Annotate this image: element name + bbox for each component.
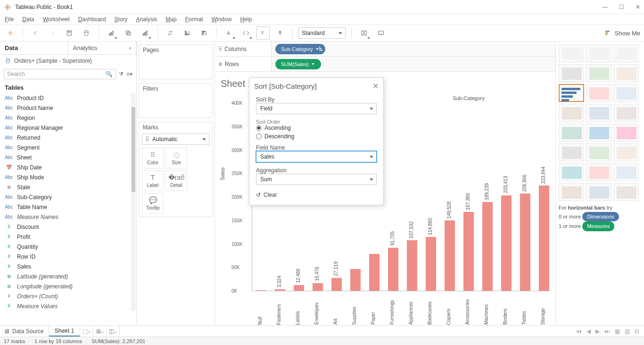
swap-button[interactable]: [164, 26, 177, 40]
field-ship-date[interactable]: 📅Ship Date: [0, 162, 131, 172]
show-me-option-11[interactable]: [613, 104, 639, 122]
show-me-option-19[interactable]: [586, 163, 611, 181]
show-me-option-23[interactable]: [613, 183, 639, 201]
field-quantity[interactable]: #Quantity: [0, 242, 131, 252]
close-window-button[interactable]: ✕: [636, 4, 640, 10]
sort-ascending-radio[interactable]: Ascending: [256, 125, 377, 131]
menu-data[interactable]: Data: [22, 16, 34, 23]
fit-dropdown[interactable]: Standard: [298, 27, 346, 39]
minimize-button[interactable]: —: [602, 4, 608, 10]
bar-envelopes[interactable]: [313, 283, 323, 291]
columns-pill-subcategory[interactable]: Sub-Category: [275, 44, 325, 54]
show-me-option-0[interactable]: [559, 44, 584, 62]
mark-tooltip-button[interactable]: 💬Tooltip: [142, 193, 164, 214]
show-me-option-6[interactable]: [559, 84, 584, 102]
rows-shelf[interactable]: ≡Rows SUM(Sales): [215, 57, 555, 72]
show-labels-button[interactable]: T: [256, 26, 270, 40]
mark-label-button[interactable]: TLabel: [142, 170, 164, 191]
bar-tables[interactable]: [520, 194, 530, 291]
clear-button[interactable]: ↺ Clear: [256, 190, 377, 198]
menu-format[interactable]: Format: [185, 16, 203, 23]
sort-by-dropdown[interactable]: Field: [256, 103, 377, 114]
show-me-option-14[interactable]: [613, 124, 639, 142]
show-me-option-9[interactable]: [559, 104, 584, 122]
maximize-button[interactable]: ☐: [619, 4, 624, 10]
field-table-name[interactable]: AbcTable Name: [0, 202, 131, 212]
new-worksheet-tab[interactable]: ⬚₊: [80, 326, 93, 337]
undo-button[interactable]: [29, 26, 42, 40]
bar-storage[interactable]: [539, 185, 549, 291]
show-me-option-22[interactable]: [586, 183, 611, 201]
bar-furnishings[interactable]: [388, 248, 398, 291]
new-dashboard-tab[interactable]: ⊞₊: [93, 326, 107, 337]
menu-worksheet[interactable]: Worksheet: [43, 16, 70, 23]
menu-analysis[interactable]: Analysis: [136, 16, 157, 23]
sort-tabs-icon[interactable]: ▤: [625, 328, 630, 335]
sort-asc-button[interactable]: [181, 26, 194, 40]
filter-icon[interactable]: ⧩: [119, 71, 124, 77]
field-longitude-generated-[interactable]: ⊕Longitude (generated): [0, 281, 131, 291]
field-measure-values[interactable]: #Measure Values: [0, 301, 131, 311]
search-input[interactable]: Search 🔍: [4, 69, 116, 79]
prev-tab-icon[interactable]: ◀: [586, 328, 591, 335]
show-me-option-10[interactable]: [586, 104, 611, 122]
field-product-id[interactable]: AbcProduct ID: [0, 93, 131, 103]
field-returned[interactable]: AbcReturned: [0, 133, 131, 143]
pin-button[interactable]: [273, 26, 287, 40]
bar-art[interactable]: [331, 278, 342, 291]
field-sub-category[interactable]: AbcSub-Category: [0, 192, 131, 202]
bar-copiers[interactable]: [445, 220, 455, 291]
field-segment[interactable]: AbcSegment: [0, 143, 131, 152]
save-button[interactable]: [63, 26, 76, 40]
show-me-option-17[interactable]: [613, 143, 639, 161]
field-profit[interactable]: #Profit: [0, 232, 131, 242]
highlight-button[interactable]: [223, 26, 236, 40]
menu-dashboard[interactable]: Dashboard: [78, 16, 106, 23]
show-me-option-8[interactable]: [613, 84, 639, 102]
bar-null[interactable]: [256, 290, 266, 291]
show-me-option-12[interactable]: [559, 124, 584, 142]
show-me-option-16[interactable]: [586, 143, 611, 161]
data-tab[interactable]: Data: [0, 42, 68, 54]
field-row-id[interactable]: #Row ID: [0, 252, 131, 261]
last-tab-icon[interactable]: ⏭: [604, 328, 610, 335]
show-me-option-7[interactable]: [586, 84, 611, 102]
mark-detail-button[interactable]: �габDetail: [165, 170, 187, 191]
menu-file[interactable]: File: [5, 16, 14, 23]
field-state[interactable]: ⊕State: [0, 182, 131, 192]
analytics-tab[interactable]: Analytics ‹: [68, 42, 137, 54]
show-me-toggle[interactable]: Show Me: [604, 29, 640, 37]
field-regional-manager[interactable]: AbcRegional Manager: [0, 123, 131, 133]
aggregation-dropdown[interactable]: Sum: [256, 174, 377, 185]
clear-sheet-button[interactable]: [139, 26, 152, 40]
redo-button[interactable]: [46, 26, 59, 40]
dialog-close-button[interactable]: ✕: [372, 82, 379, 91]
show-me-option-21[interactable]: [559, 183, 584, 201]
bar-fasteners[interactable]: [275, 289, 285, 291]
show-me-option-20[interactable]: [613, 163, 639, 181]
bar-labels[interactable]: [294, 285, 304, 291]
show-cards-button[interactable]: [357, 26, 371, 40]
duplicate-button[interactable]: [122, 26, 135, 40]
field-orders-count-[interactable]: #Orders+ (Count): [0, 291, 131, 301]
menu-window[interactable]: Window: [212, 16, 232, 23]
presentation-button[interactable]: [374, 26, 388, 40]
datasource-row[interactable]: Orders+ (Sample - Superstore): [0, 55, 136, 67]
bar-paper[interactable]: [369, 254, 380, 291]
menu-help[interactable]: Help: [240, 16, 252, 23]
data-source-tab[interactable]: ⊞ Data Source: [0, 326, 49, 337]
group-button[interactable]: [239, 26, 253, 40]
menu-story[interactable]: Story: [115, 16, 128, 23]
show-me-option-13[interactable]: [586, 124, 611, 142]
columns-shelf[interactable]: ⦙⦙⦙Columns Sub-Category: [215, 42, 555, 57]
show-me-option-1[interactable]: [586, 44, 611, 62]
first-tab-icon[interactable]: ⏮: [576, 328, 582, 335]
menu-map[interactable]: Map: [165, 16, 176, 23]
rows-pill-sumsales[interactable]: SUM(Sales): [275, 59, 321, 69]
field-region[interactable]: AbcRegion: [0, 113, 131, 123]
field-name-dropdown[interactable]: Sales: [256, 151, 377, 162]
sort-desc-button[interactable]: [198, 26, 211, 40]
filters-shelf[interactable]: Filters: [139, 83, 213, 118]
bar-appliances[interactable]: [407, 240, 417, 291]
field-measure-names[interactable]: AbcMeasure Names: [0, 212, 131, 222]
